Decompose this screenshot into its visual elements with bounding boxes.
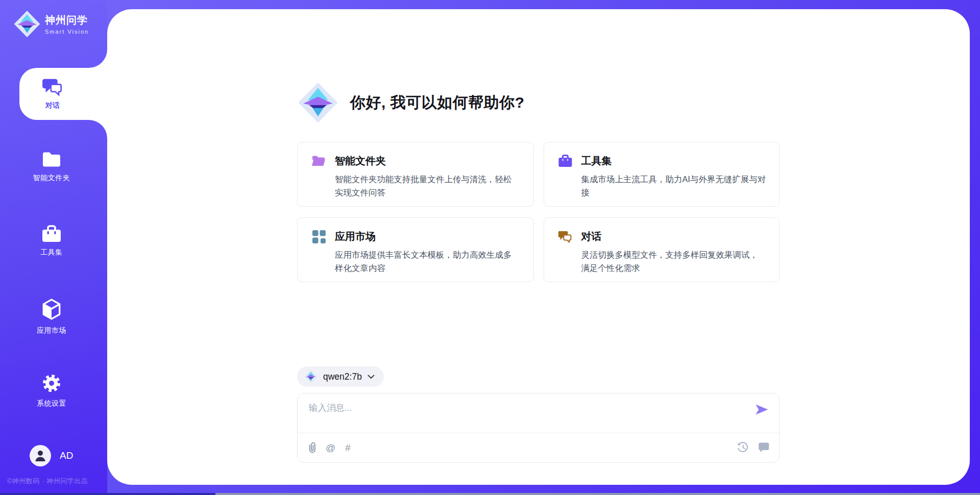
message-input[interactable] (309, 402, 738, 428)
history-icon[interactable] (737, 442, 749, 453)
brand-subtitle: Smart Vision (45, 29, 89, 35)
sidebar-item-label: 工具集 (40, 248, 63, 257)
greeting-row: 你好, 我可以如何帮助你? (297, 82, 780, 123)
feature-cards: 智能文件夹 智能文件夹功能支持批量文件上传与清洗，轻松实现文件问答 (297, 142, 780, 282)
model-selector[interactable]: qwen2:7b (297, 366, 384, 387)
grid-icon (312, 230, 326, 243)
sidebar: 神州问学 Smart Vision 对话 智能文件夹 (0, 0, 107, 495)
tab-fillet-bottom (89, 120, 107, 138)
sidebar-item-label: 对话 (45, 101, 60, 110)
model-gem-icon (304, 370, 317, 383)
sidebar-item-label: 系统设置 (37, 399, 66, 408)
sidebar-item-label: 应用市场 (37, 326, 66, 335)
toolbox-icon (41, 225, 62, 242)
app-window: 你好, 我可以如何帮助你? 智能文件夹 智能文件夹功能支持批量文件上传与清洗，轻… (0, 0, 980, 495)
send-button[interactable] (754, 404, 769, 417)
user-account[interactable]: AD (30, 445, 73, 466)
model-name: qwen2:7b (323, 372, 362, 382)
card-title: 对话 (581, 230, 602, 243)
card-title: 工具集 (581, 154, 612, 168)
user-initials: AD (60, 450, 73, 461)
sidebar-item-chat-active[interactable]: 对话 (19, 68, 107, 120)
folder-open-icon (312, 154, 326, 168)
feedback-bubble-icon[interactable] (758, 442, 769, 453)
sidebar-item-label: 智能文件夹 (33, 174, 70, 183)
card-smart-folder[interactable]: 智能文件夹 智能文件夹功能支持批量文件上传与清洗，轻松实现文件问答 (297, 142, 534, 207)
card-title: 智能文件夹 (335, 154, 386, 168)
composer-divider (298, 433, 779, 433)
sidebar-item-app-market[interactable]: 应用市场 (0, 298, 103, 335)
chat-bubbles-icon (558, 230, 572, 243)
copyright-text: ©神州数码 · 神州问学出品 (7, 477, 88, 486)
main-panel: 你好, 我可以如何帮助你? 智能文件夹 智能文件夹功能支持批量文件上传与清洗，轻… (107, 9, 970, 485)
card-toolset[interactable]: 工具集 集成市场上主流工具，助力AI与外界无缝扩展与对接 (544, 142, 780, 207)
card-app-market[interactable]: 应用市场 应用市场提供丰富长文本模板，助力高效生成多样化文章内容 (297, 217, 534, 282)
brand-title: 神州问学 (45, 13, 89, 27)
card-desc: 智能文件夹功能支持批量文件上传与清洗，轻松实现文件问答 (335, 173, 520, 199)
toolbox-icon (558, 154, 572, 168)
composer: @ # (297, 393, 780, 463)
sidebar-item-settings[interactable]: 系统设置 (0, 373, 103, 408)
chat-icon (42, 78, 63, 96)
tab-fillet-top (89, 50, 107, 68)
cube-icon (41, 298, 62, 320)
sidebar-item-smart-folder[interactable]: 智能文件夹 (0, 151, 103, 183)
brand-logo-icon (13, 10, 41, 38)
mention-icon[interactable]: @ (326, 443, 335, 453)
window-bottom-edge (0, 493, 980, 495)
chevron-down-icon (368, 375, 375, 379)
avatar (30, 445, 51, 466)
hashtag-icon[interactable]: # (345, 443, 351, 453)
card-desc: 灵活切换多模型文件，支持多样回复效果调试，满足个性化需求 (581, 249, 767, 275)
brand[interactable]: 神州问学 Smart Vision (13, 10, 89, 38)
person-icon (35, 450, 46, 462)
card-chat[interactable]: 对话 灵活切换多模型文件，支持多样回复效果调试，满足个性化需求 (544, 217, 780, 282)
attachment-icon[interactable] (309, 442, 316, 453)
card-desc: 应用市场提供丰富长文本模板，助力高效生成多样化文章内容 (335, 249, 520, 275)
card-title: 应用市场 (335, 230, 376, 243)
brand-gem-icon (297, 82, 339, 123)
composer-toolbar: @ # (309, 439, 769, 456)
gear-icon (41, 373, 62, 393)
folder-icon (41, 151, 62, 168)
greeting-text: 你好, 我可以如何帮助你? (350, 92, 525, 113)
card-desc: 集成市场上主流工具，助力AI与外界无缝扩展与对接 (581, 173, 767, 199)
send-icon (755, 404, 769, 415)
sidebar-item-toolset[interactable]: 工具集 (0, 225, 103, 257)
